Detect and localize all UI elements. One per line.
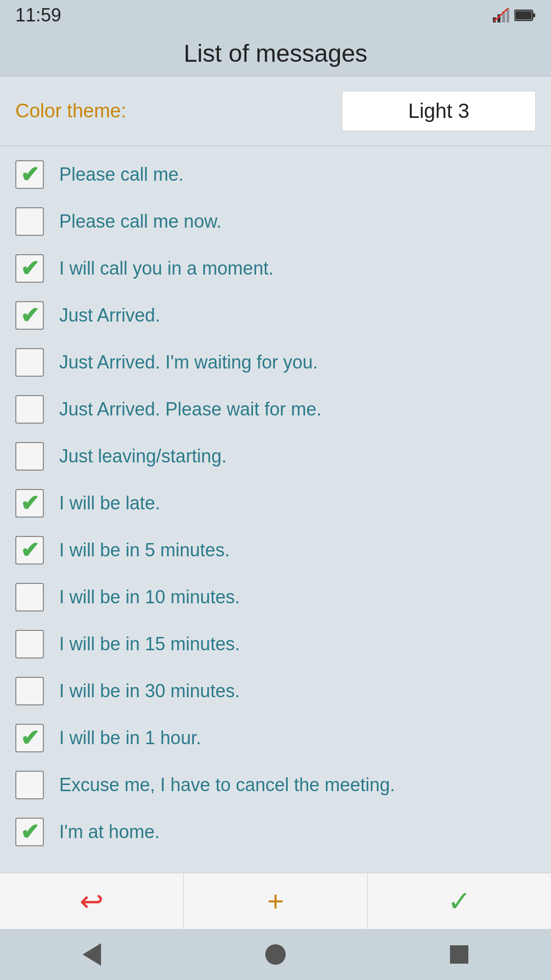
- list-item[interactable]: Just Arrived. Please wait for me.: [0, 386, 551, 433]
- list-item[interactable]: ✔Please call me.: [0, 151, 551, 198]
- list-item[interactable]: I will be in 10 minutes.: [0, 574, 551, 621]
- add-button[interactable]: +: [184, 873, 367, 929]
- checkmark-icon: ✔: [20, 163, 39, 186]
- svg-line-4: [494, 8, 508, 21]
- message-text: I will call you in a moment.: [59, 257, 273, 281]
- messages-list: ✔Please call me.Please call me now.✔I wi…: [0, 146, 551, 873]
- list-item[interactable]: ✔I will call you in a moment.: [0, 245, 551, 292]
- message-text: Excuse me, I have to cancel the meeting.: [59, 773, 395, 797]
- checkbox-9[interactable]: ✔: [15, 536, 44, 565]
- message-text: I will be in 30 minutes.: [59, 679, 240, 703]
- battery-icon: [514, 9, 536, 21]
- message-text: Please call me.: [59, 163, 184, 187]
- confirm-button[interactable]: ✓: [368, 873, 551, 929]
- checkbox-7[interactable]: [15, 442, 44, 471]
- status-time: 11:59: [15, 5, 61, 26]
- message-text: Just Arrived. I'm waiting for you.: [59, 351, 318, 375]
- signal-icon: [493, 8, 509, 22]
- nav-back-button[interactable]: [74, 937, 110, 972]
- svg-rect-7: [515, 11, 532, 19]
- checkbox-3[interactable]: ✔: [15, 254, 44, 283]
- checkbox-10[interactable]: [15, 583, 44, 611]
- message-text: I'm at home.: [59, 820, 160, 844]
- checkbox-13[interactable]: ✔: [15, 724, 44, 752]
- checkbox-14[interactable]: [15, 771, 44, 799]
- checkmark-icon: ✔: [20, 821, 39, 843]
- status-bar: 11:59: [0, 0, 551, 31]
- list-item[interactable]: I will be in 30 minutes.: [0, 668, 551, 715]
- list-item[interactable]: Please call me now.: [0, 198, 551, 245]
- message-text: I will be in 1 hour.: [59, 726, 201, 750]
- checkbox-11[interactable]: [15, 630, 44, 658]
- checkbox-2[interactable]: [15, 207, 44, 236]
- nav-home-icon: [265, 944, 286, 965]
- message-text: I will be late.: [59, 492, 160, 516]
- checkbox-12[interactable]: [15, 677, 44, 705]
- nav-recent-button[interactable]: [441, 937, 477, 972]
- list-item[interactable]: Just leaving/starting.: [0, 433, 551, 480]
- theme-label: Color theme:: [15, 100, 127, 122]
- message-text: Please call me now.: [59, 210, 221, 234]
- checkmark-icon: ✔: [20, 492, 39, 514]
- svg-rect-6: [533, 13, 535, 17]
- checkbox-5[interactable]: [15, 348, 44, 377]
- svg-rect-3: [507, 8, 509, 22]
- list-item[interactable]: I will be in 15 minutes.: [0, 621, 551, 668]
- checkmark-icon: ✔: [20, 304, 39, 327]
- message-text: I will be in 15 minutes.: [59, 632, 240, 656]
- checkbox-15[interactable]: ✔: [15, 818, 44, 846]
- checkbox-4[interactable]: ✔: [15, 301, 44, 330]
- back-button[interactable]: ↩: [0, 873, 184, 929]
- checkmark-icon: ✔: [20, 257, 39, 280]
- page-title: List of messages: [184, 39, 367, 67]
- nav-back-icon: [83, 943, 101, 966]
- message-text: Just Arrived. Please wait for me.: [59, 398, 321, 422]
- action-bar: ↩ + ✓: [0, 873, 551, 929]
- message-text: I will be in 5 minutes.: [59, 538, 230, 562]
- list-item[interactable]: Just Arrived. I'm waiting for you.: [0, 339, 551, 386]
- confirm-icon: ✓: [447, 887, 471, 916]
- nav-home-button[interactable]: [258, 937, 293, 972]
- back-icon: ↩: [80, 887, 104, 916]
- app-bar: List of messages: [0, 31, 551, 77]
- add-icon: +: [267, 887, 284, 916]
- status-icons: [493, 8, 536, 22]
- message-text: Just Arrived.: [59, 304, 160, 328]
- checkbox-8[interactable]: ✔: [15, 489, 44, 518]
- list-item[interactable]: ✔Just Arrived.: [0, 292, 551, 339]
- nav-recent-icon: [450, 945, 468, 964]
- theme-row: Color theme: Light 3: [0, 77, 551, 146]
- checkmark-icon: ✔: [20, 727, 39, 749]
- checkbox-1[interactable]: ✔: [15, 160, 44, 189]
- list-item[interactable]: ✔I will be late.: [0, 480, 551, 527]
- list-item[interactable]: ✔I'm at home.: [0, 808, 551, 855]
- list-item[interactable]: ✔I will be in 5 minutes.: [0, 527, 551, 574]
- checkbox-6[interactable]: [15, 395, 44, 424]
- list-item[interactable]: ✔I will be in 1 hour.: [0, 715, 551, 762]
- message-text: Just leaving/starting.: [59, 445, 227, 469]
- list-item[interactable]: Excuse me, I have to cancel the meeting.: [0, 762, 551, 808]
- theme-selector[interactable]: Light 3: [342, 91, 536, 131]
- checkmark-icon: ✔: [20, 539, 39, 561]
- message-text: I will be in 10 minutes.: [59, 585, 240, 609]
- nav-bar: [0, 929, 551, 980]
